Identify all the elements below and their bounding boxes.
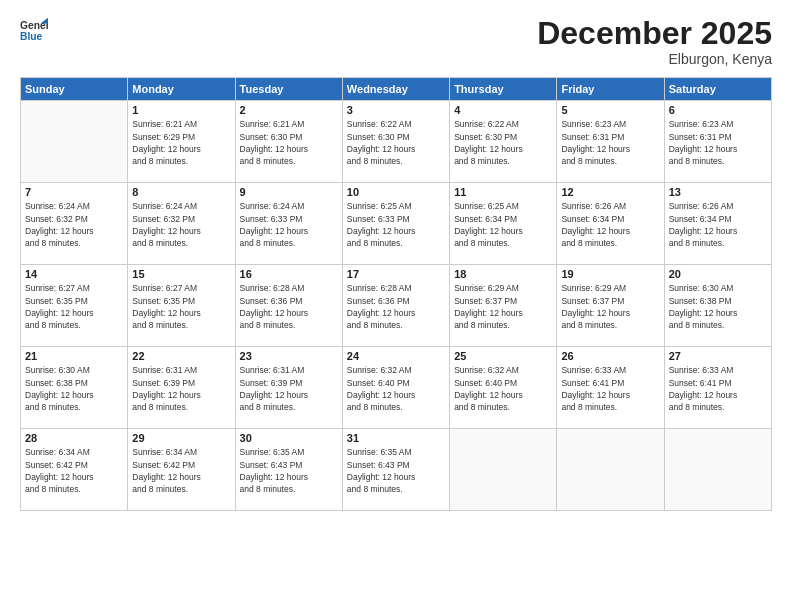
col-monday: Monday [128,78,235,101]
table-row: 18Sunrise: 6:29 AM Sunset: 6:37 PM Dayli… [450,265,557,347]
table-row: 4Sunrise: 6:22 AM Sunset: 6:30 PM Daylig… [450,101,557,183]
logo: General Blue [20,16,52,44]
day-detail: Sunrise: 6:25 AM Sunset: 6:34 PM Dayligh… [454,200,552,249]
page: General Blue December 2025 Elburgon, Ken… [0,0,792,612]
title-block: December 2025 Elburgon, Kenya [537,16,772,67]
table-row [664,429,771,511]
day-number: 9 [240,186,338,198]
table-row: 24Sunrise: 6:32 AM Sunset: 6:40 PM Dayli… [342,347,449,429]
day-number: 6 [669,104,767,116]
table-row: 17Sunrise: 6:28 AM Sunset: 6:36 PM Dayli… [342,265,449,347]
calendar-header-row: Sunday Monday Tuesday Wednesday Thursday… [21,78,772,101]
header: General Blue December 2025 Elburgon, Ken… [20,16,772,67]
table-row: 9Sunrise: 6:24 AM Sunset: 6:33 PM Daylig… [235,183,342,265]
table-row: 14Sunrise: 6:27 AM Sunset: 6:35 PM Dayli… [21,265,128,347]
day-detail: Sunrise: 6:34 AM Sunset: 6:42 PM Dayligh… [25,446,123,495]
day-number: 27 [669,350,767,362]
table-row: 13Sunrise: 6:26 AM Sunset: 6:34 PM Dayli… [664,183,771,265]
table-row: 26Sunrise: 6:33 AM Sunset: 6:41 PM Dayli… [557,347,664,429]
table-row: 15Sunrise: 6:27 AM Sunset: 6:35 PM Dayli… [128,265,235,347]
day-number: 11 [454,186,552,198]
table-row: 21Sunrise: 6:30 AM Sunset: 6:38 PM Dayli… [21,347,128,429]
table-row: 23Sunrise: 6:31 AM Sunset: 6:39 PM Dayli… [235,347,342,429]
table-row: 10Sunrise: 6:25 AM Sunset: 6:33 PM Dayli… [342,183,449,265]
day-number: 7 [25,186,123,198]
day-number: 14 [25,268,123,280]
day-detail: Sunrise: 6:23 AM Sunset: 6:31 PM Dayligh… [669,118,767,167]
day-number: 2 [240,104,338,116]
title-location: Elburgon, Kenya [537,51,772,67]
table-row: 27Sunrise: 6:33 AM Sunset: 6:41 PM Dayli… [664,347,771,429]
day-detail: Sunrise: 6:27 AM Sunset: 6:35 PM Dayligh… [132,282,230,331]
day-number: 16 [240,268,338,280]
day-number: 10 [347,186,445,198]
day-detail: Sunrise: 6:34 AM Sunset: 6:42 PM Dayligh… [132,446,230,495]
day-number: 19 [561,268,659,280]
day-number: 4 [454,104,552,116]
day-number: 8 [132,186,230,198]
calendar-week-row: 14Sunrise: 6:27 AM Sunset: 6:35 PM Dayli… [21,265,772,347]
table-row [450,429,557,511]
table-row: 11Sunrise: 6:25 AM Sunset: 6:34 PM Dayli… [450,183,557,265]
day-detail: Sunrise: 6:35 AM Sunset: 6:43 PM Dayligh… [240,446,338,495]
col-saturday: Saturday [664,78,771,101]
day-detail: Sunrise: 6:21 AM Sunset: 6:29 PM Dayligh… [132,118,230,167]
day-detail: Sunrise: 6:23 AM Sunset: 6:31 PM Dayligh… [561,118,659,167]
day-number: 21 [25,350,123,362]
day-detail: Sunrise: 6:27 AM Sunset: 6:35 PM Dayligh… [25,282,123,331]
day-detail: Sunrise: 6:21 AM Sunset: 6:30 PM Dayligh… [240,118,338,167]
day-number: 5 [561,104,659,116]
day-detail: Sunrise: 6:22 AM Sunset: 6:30 PM Dayligh… [347,118,445,167]
day-detail: Sunrise: 6:30 AM Sunset: 6:38 PM Dayligh… [669,282,767,331]
table-row: 12Sunrise: 6:26 AM Sunset: 6:34 PM Dayli… [557,183,664,265]
calendar-week-row: 7Sunrise: 6:24 AM Sunset: 6:32 PM Daylig… [21,183,772,265]
day-number: 3 [347,104,445,116]
logo-icon: General Blue [20,16,48,44]
day-detail: Sunrise: 6:28 AM Sunset: 6:36 PM Dayligh… [240,282,338,331]
day-detail: Sunrise: 6:24 AM Sunset: 6:32 PM Dayligh… [132,200,230,249]
day-detail: Sunrise: 6:30 AM Sunset: 6:38 PM Dayligh… [25,364,123,413]
calendar-week-row: 1Sunrise: 6:21 AM Sunset: 6:29 PM Daylig… [21,101,772,183]
day-detail: Sunrise: 6:22 AM Sunset: 6:30 PM Dayligh… [454,118,552,167]
day-number: 20 [669,268,767,280]
day-detail: Sunrise: 6:33 AM Sunset: 6:41 PM Dayligh… [561,364,659,413]
day-number: 12 [561,186,659,198]
table-row: 22Sunrise: 6:31 AM Sunset: 6:39 PM Dayli… [128,347,235,429]
col-wednesday: Wednesday [342,78,449,101]
day-detail: Sunrise: 6:29 AM Sunset: 6:37 PM Dayligh… [454,282,552,331]
svg-text:Blue: Blue [20,31,43,42]
day-number: 31 [347,432,445,444]
day-detail: Sunrise: 6:28 AM Sunset: 6:36 PM Dayligh… [347,282,445,331]
day-detail: Sunrise: 6:31 AM Sunset: 6:39 PM Dayligh… [240,364,338,413]
table-row: 16Sunrise: 6:28 AM Sunset: 6:36 PM Dayli… [235,265,342,347]
col-sunday: Sunday [21,78,128,101]
day-number: 23 [240,350,338,362]
day-number: 24 [347,350,445,362]
day-number: 28 [25,432,123,444]
day-number: 22 [132,350,230,362]
table-row: 8Sunrise: 6:24 AM Sunset: 6:32 PM Daylig… [128,183,235,265]
table-row: 2Sunrise: 6:21 AM Sunset: 6:30 PM Daylig… [235,101,342,183]
day-detail: Sunrise: 6:24 AM Sunset: 6:33 PM Dayligh… [240,200,338,249]
table-row: 20Sunrise: 6:30 AM Sunset: 6:38 PM Dayli… [664,265,771,347]
col-tuesday: Tuesday [235,78,342,101]
day-detail: Sunrise: 6:29 AM Sunset: 6:37 PM Dayligh… [561,282,659,331]
table-row: 5Sunrise: 6:23 AM Sunset: 6:31 PM Daylig… [557,101,664,183]
day-detail: Sunrise: 6:24 AM Sunset: 6:32 PM Dayligh… [25,200,123,249]
day-number: 15 [132,268,230,280]
table-row: 25Sunrise: 6:32 AM Sunset: 6:40 PM Dayli… [450,347,557,429]
calendar-week-row: 21Sunrise: 6:30 AM Sunset: 6:38 PM Dayli… [21,347,772,429]
table-row: 19Sunrise: 6:29 AM Sunset: 6:37 PM Dayli… [557,265,664,347]
calendar-week-row: 28Sunrise: 6:34 AM Sunset: 6:42 PM Dayli… [21,429,772,511]
day-number: 25 [454,350,552,362]
day-detail: Sunrise: 6:31 AM Sunset: 6:39 PM Dayligh… [132,364,230,413]
table-row: 31Sunrise: 6:35 AM Sunset: 6:43 PM Dayli… [342,429,449,511]
day-number: 29 [132,432,230,444]
day-detail: Sunrise: 6:25 AM Sunset: 6:33 PM Dayligh… [347,200,445,249]
table-row: 29Sunrise: 6:34 AM Sunset: 6:42 PM Dayli… [128,429,235,511]
day-detail: Sunrise: 6:26 AM Sunset: 6:34 PM Dayligh… [669,200,767,249]
day-number: 26 [561,350,659,362]
table-row: 30Sunrise: 6:35 AM Sunset: 6:43 PM Dayli… [235,429,342,511]
table-row: 1Sunrise: 6:21 AM Sunset: 6:29 PM Daylig… [128,101,235,183]
day-number: 30 [240,432,338,444]
